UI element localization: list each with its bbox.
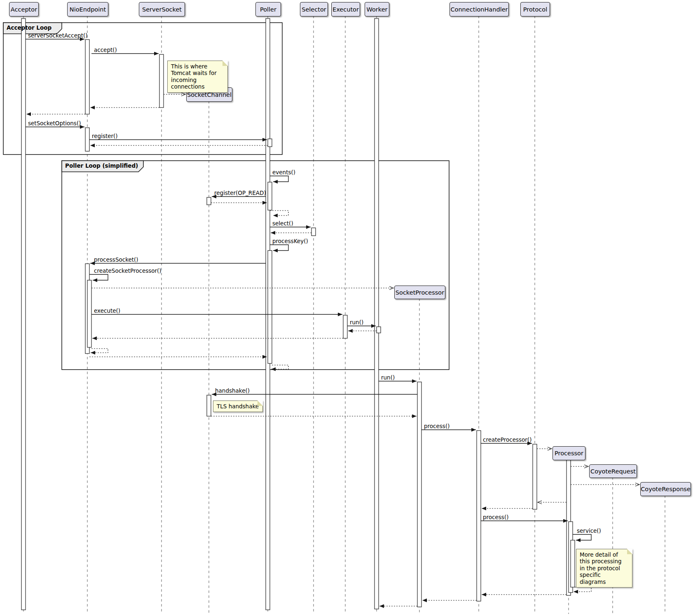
participant-selector: Selector <box>300 2 328 16</box>
participant-processor: Processor <box>553 446 585 460</box>
activation-processor-service <box>571 540 575 587</box>
note-tomcat-waits: This is where Tomcat waits for incoming … <box>167 61 228 93</box>
message-label-createsocketprocessor: createSocketProcessor() <box>94 267 162 274</box>
message-label-run-worker: run() <box>350 319 363 326</box>
activation-socketprocessor <box>417 382 421 607</box>
message-label-execute: execute() <box>94 307 120 314</box>
activation-acceptor <box>21 19 26 610</box>
arrow-events-self <box>270 176 288 182</box>
arrow-processkey-self <box>270 245 288 251</box>
activation-nioendpoint-accept <box>85 40 89 114</box>
arrow-createsocketprocessor-self <box>89 274 108 280</box>
participant-acceptor: Acceptor <box>9 2 39 16</box>
participant-connectionhandler: ConnectionHandler <box>450 2 509 16</box>
return-events-self <box>270 211 288 215</box>
message-label-register-opread: register(OP_READ) <box>214 190 266 196</box>
activation-poller-processkey <box>268 251 272 363</box>
participant-poller: Poller <box>255 2 281 16</box>
participant-coyoteresponse: CoyoteResponse <box>640 482 691 496</box>
activation-connectionhandler <box>477 431 481 601</box>
message-label-service: service() <box>577 527 601 534</box>
return-arrows <box>26 108 591 606</box>
message-label-select: select() <box>272 220 293 227</box>
message-label-events: events() <box>272 169 295 176</box>
message-label-run-socketprocessor: run() <box>381 374 395 381</box>
note-more-detail: More detail of this processing in the pr… <box>576 549 632 588</box>
activation-socketchannel-register <box>207 197 211 205</box>
activation-selector <box>311 228 316 236</box>
message-label-createprocessor: createProcessor() <box>483 436 531 443</box>
participant-worker: Worker <box>365 2 389 16</box>
activation-worker <box>375 19 379 609</box>
activation-socketchannel-handshake <box>207 395 211 416</box>
return-processkey-self <box>271 365 288 369</box>
participant-nioendpoint: NioEndpoint <box>67 2 108 16</box>
return-createsocketprocessor-self <box>91 349 108 353</box>
create-arrows <box>91 94 639 485</box>
arrow-service-self <box>573 534 591 540</box>
activation-poller-register <box>268 139 272 147</box>
activation-nioendpoint-setopts <box>85 128 89 151</box>
activation-nioendpoint-createsp <box>87 280 91 347</box>
note-tls-handshake: TLS handshake <box>213 401 263 412</box>
message-label-register: register() <box>92 133 118 139</box>
participant-protocol: Protocol <box>520 2 550 16</box>
participant-executor: Executor <box>331 2 360 16</box>
message-label-serversocketaccept: serverSocketAccept() <box>28 32 87 39</box>
message-label-processsocket: processSocket() <box>94 256 138 263</box>
sequence-diagram: Acceptor NioEndpoint ServerSocket Poller… <box>0 0 693 616</box>
activation-poller-events <box>268 182 272 210</box>
frame-label-acceptor-loop: Acceptor Loop <box>7 24 52 31</box>
message-label-process-ch: process() <box>424 423 450 429</box>
message-label-accept: accept() <box>94 47 117 53</box>
return-service-self <box>574 587 591 592</box>
activation-serversocket <box>159 54 164 108</box>
message-label-setsocketoptions: setSocketOptions() <box>28 120 81 126</box>
message-label-process-processor: process() <box>483 514 508 520</box>
participant-coyoterequest: CoyoteRequest <box>589 464 637 478</box>
activation-worker-run <box>377 327 381 333</box>
frame-label-poller-loop: Poller Loop (simplified) <box>65 162 138 169</box>
participant-socketprocessor: SocketProcessor <box>394 286 445 299</box>
activation-protocol <box>533 444 537 509</box>
participant-serversocket: ServerSocket <box>139 2 185 16</box>
message-label-processkey: processKey() <box>272 238 308 244</box>
frame-acceptor-loop <box>3 23 282 155</box>
message-label-handshake: handshake() <box>215 387 250 394</box>
activation-executor <box>343 315 347 338</box>
call-arrows <box>26 39 591 540</box>
